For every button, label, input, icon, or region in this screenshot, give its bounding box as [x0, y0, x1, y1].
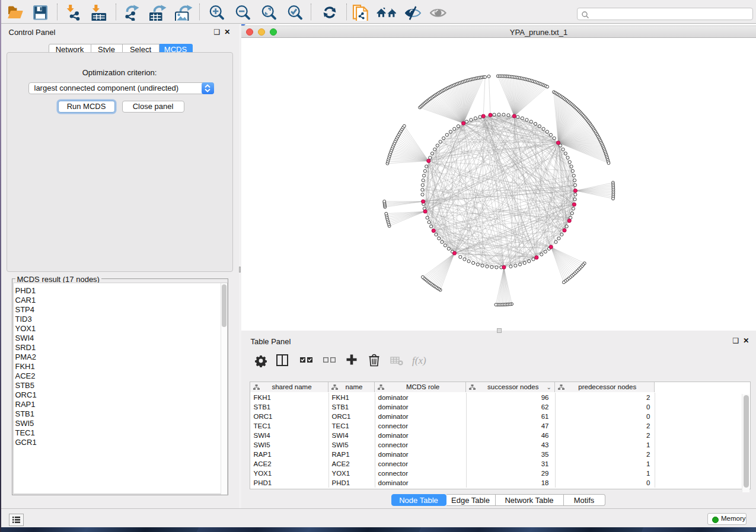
svg-text:f(x): f(x)	[412, 355, 426, 366]
